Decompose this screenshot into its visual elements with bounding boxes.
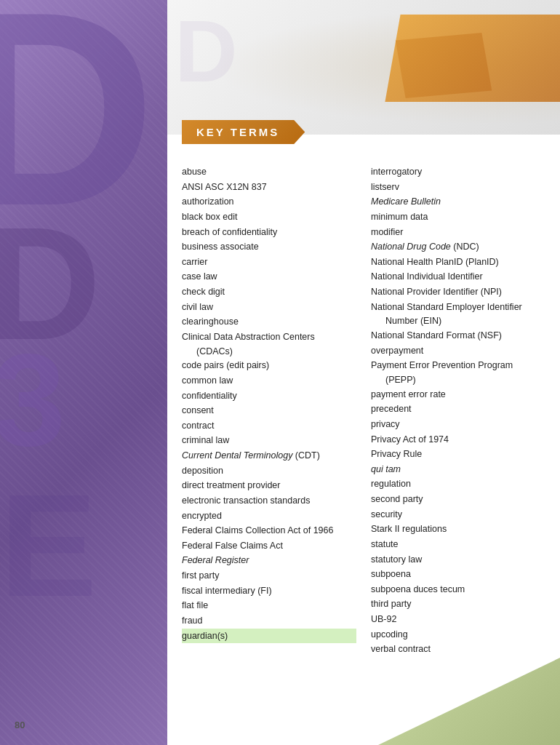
term-contract: contract bbox=[182, 418, 356, 434]
term-federal-false-claims: Federal False Claims Act bbox=[182, 538, 356, 554]
term-black-box-edit: black box edit bbox=[182, 210, 356, 225]
term-electronic-transaction: electronic transaction standards bbox=[182, 493, 356, 509]
term-pepp: Payment Error Prevention Program bbox=[371, 358, 545, 373]
term-nsf: National Standard Format (NSF) bbox=[371, 328, 545, 343]
term-encrypted: encrypted bbox=[182, 509, 356, 524]
content-section: abuse ANSI ASC X12N 837 authorization bl… bbox=[167, 144, 560, 672]
term-case-law: case law bbox=[182, 269, 356, 284]
term-privacy: privacy bbox=[371, 417, 545, 432]
deco-number: 3 bbox=[0, 335, 65, 466]
term-third-party: third party bbox=[371, 597, 545, 612]
term-listserv: listserv bbox=[371, 180, 545, 195]
page-number: 80 bbox=[15, 720, 25, 730]
term-stark-ii: Stark II regulations bbox=[371, 522, 545, 537]
term-interrogatory: interrogatory bbox=[371, 164, 545, 180]
term-precedent: precedent bbox=[371, 402, 545, 417]
term-common-law: common law bbox=[182, 373, 356, 389]
term-criminal-law: criminal law bbox=[182, 433, 356, 448]
term-qui-tam: qui tam bbox=[371, 462, 545, 477]
term-statutory-law: statutory law bbox=[371, 552, 545, 567]
term-deposition: deposition bbox=[182, 463, 356, 479]
top-texture: D bbox=[175, 7, 238, 95]
key-terms-header: KEY TERMS bbox=[182, 120, 545, 144]
term-ein: Number (EIN) bbox=[371, 314, 545, 328]
term-privacy-rule: Privacy Rule bbox=[371, 447, 545, 462]
term-authorization: authorization bbox=[182, 194, 356, 210]
term-cdt: Current Dental Terminology (CDT) bbox=[182, 448, 356, 463]
term-national-individual-id: National Individual Identifier bbox=[371, 269, 545, 284]
term-payment-error-rate: payment error rate bbox=[371, 387, 545, 402]
term-pepp-abbr: (PEPP) bbox=[371, 373, 545, 387]
term-code-pairs: code pairs (edit pairs) bbox=[182, 358, 356, 373]
term-privacy-act: Privacy Act of 1974 bbox=[371, 432, 545, 447]
terms-left-column: abuse ANSI ASC X12N 837 authorization bl… bbox=[182, 164, 356, 657]
top-decoration: D bbox=[167, 0, 560, 135]
term-ansi: ANSI ASC X12N 837 bbox=[182, 180, 356, 195]
term-fraud: fraud bbox=[182, 613, 356, 629]
term-medicare-bulletin: Medicare Bulletin bbox=[371, 194, 545, 210]
term-guardians: guardian(s) bbox=[182, 629, 356, 644]
term-first-party: first party bbox=[182, 568, 356, 583]
term-abuse: abuse bbox=[182, 164, 356, 180]
term-fiscal-intermediary: fiscal intermediary (FI) bbox=[182, 583, 356, 599]
orange-shape-2 bbox=[396, 33, 492, 98]
term-verbal-contract: verbal contract bbox=[371, 642, 545, 657]
term-cdac: Clinical Data Abstraction Centers bbox=[182, 330, 356, 345]
terms-container: abuse ANSI ASC X12N 837 authorization bl… bbox=[182, 164, 545, 657]
term-npi: National Provider Identifier (NPI) bbox=[371, 284, 545, 300]
term-statute: statute bbox=[371, 537, 545, 552]
term-flat-file: flat file bbox=[182, 598, 356, 613]
term-civil-law: civil law bbox=[182, 300, 356, 315]
term-minimum-data: minimum data bbox=[371, 210, 545, 225]
term-modifier: modifier bbox=[371, 225, 545, 240]
sidebar: D D 3 E bbox=[0, 0, 167, 745]
main-content: D KEY TERMS abuse ANSI ASC X12N 837 auth… bbox=[167, 0, 560, 745]
term-confidentiality: confidentiality bbox=[182, 389, 356, 404]
term-carrier: carrier bbox=[182, 255, 356, 270]
terms-right-column: interrogatory listserv Medicare Bulletin… bbox=[371, 164, 545, 657]
term-check-digit: check digit bbox=[182, 284, 356, 300]
key-terms-title: KEY TERMS bbox=[182, 120, 305, 144]
term-clearinghouse: clearinghouse bbox=[182, 314, 356, 330]
term-breach-confidentiality: breach of confidentiality bbox=[182, 225, 356, 240]
term-federal-register: Federal Register bbox=[182, 553, 356, 568]
term-national-standard-employer: National Standard Employer Identifier bbox=[371, 300, 545, 315]
term-consent: consent bbox=[182, 403, 356, 418]
term-security: security bbox=[371, 507, 545, 522]
term-ndc: National Drug Code (NDC) bbox=[371, 239, 545, 255]
term-cdac-abbr: (CDACs) bbox=[182, 345, 356, 359]
term-national-health-planid: National Health PlanID (PlanID) bbox=[371, 255, 545, 270]
deco-letter-e: E bbox=[0, 473, 97, 618]
term-overpayment: overpayment bbox=[371, 343, 545, 359]
term-subpoena-duces: subpoena duces tecum bbox=[371, 582, 545, 597]
term-upcoding: upcoding bbox=[371, 627, 545, 642]
term-direct-treatment: direct treatment provider bbox=[182, 478, 356, 493]
term-federal-claims: Federal Claims Collection Act of 1966 bbox=[182, 523, 356, 538]
term-business-associate: business associate bbox=[182, 239, 356, 255]
term-ub92: UB-92 bbox=[371, 612, 545, 627]
term-regulation: regulation bbox=[371, 477, 545, 492]
term-second-party: second party bbox=[371, 492, 545, 507]
term-subpoena: subpoena bbox=[371, 567, 545, 582]
